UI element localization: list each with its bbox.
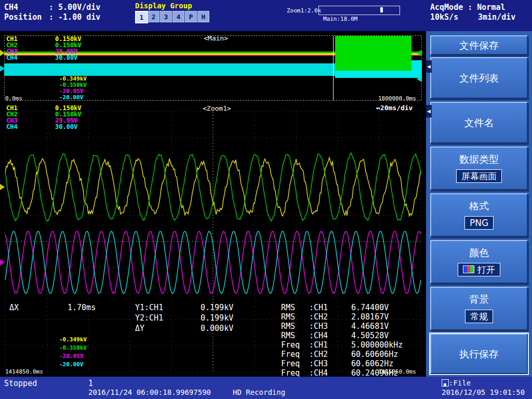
- execute-save-label: 执行保存: [459, 349, 499, 360]
- main-level-ch4: -20.00V: [59, 95, 83, 101]
- meas-name: RMS: [281, 303, 309, 312]
- acquisition-state: Stopped: [4, 379, 37, 388]
- time-div-readout: 3min/div: [478, 13, 515, 22]
- meas-value: 5.000000kHz: [351, 340, 403, 350]
- file-list-button[interactable]: 文件列表: [430, 57, 528, 99]
- acq-mode-readout: AcqMode : Normal: [430, 3, 506, 12]
- file-name-arrow[interactable]: ◀: [426, 105, 432, 117]
- active-channel-readout: CH4: 5.00V/div: [4, 3, 100, 12]
- background-value: 常规: [470, 311, 488, 322]
- group-button-p[interactable]: P: [185, 11, 197, 22]
- meas-value: 6.74400V: [351, 303, 389, 312]
- meas-name: RMS: [281, 313, 309, 322]
- main-left-trigger-marker: [0, 50, 5, 56]
- menu-title-file-save: 文件保存: [430, 35, 528, 55]
- y2-label: Y2:CH1: [135, 314, 163, 323]
- channel-scale: 30.00V: [55, 123, 77, 130]
- sample-rate-readout: 10kS/s: [430, 13, 458, 22]
- group-button-1-label: 1: [140, 14, 144, 21]
- background-button[interactable]: 背景 常规: [430, 287, 528, 330]
- meas-row: RMS:CH16.74400V: [281, 303, 389, 312]
- group-button-1[interactable]: 1: [135, 11, 148, 23]
- channel-name: CH4: [6, 124, 55, 130]
- meas-value: 2.08167V: [351, 312, 389, 322]
- execute-save-button[interactable]: 执行保存: [430, 334, 528, 374]
- meas-channel: :CH1: [309, 341, 351, 350]
- format-value: PNG: [470, 218, 488, 228]
- color-button[interactable]: 颜色 打开: [430, 240, 528, 284]
- dx-label: ΔX: [9, 303, 19, 312]
- bottom-status-bar: Stopped 1 2016/11/24 06:00:18.99697590 H…: [0, 377, 532, 399]
- file-name-button[interactable]: 文件名: [430, 102, 528, 143]
- soft-menu: 文件保存 文件列表 ◀ 文件名 ◀ 数据类型 屏幕画面 格式 PNG 颜色 打开…: [426, 31, 532, 377]
- active-channel-name: CH4: [4, 3, 49, 12]
- y1-label: Y1:CH1: [135, 303, 163, 312]
- meas-channel: :CH3: [309, 360, 351, 368]
- recording-status: HD Recording: [233, 389, 285, 396]
- format-button[interactable]: 格式 PNG: [430, 193, 528, 237]
- menu-title-label: 文件保存: [459, 40, 499, 51]
- file-name-label: 文件名: [464, 117, 494, 128]
- y2-value: 0.199kV: [201, 314, 233, 323]
- meas-row: RMS:CH44.50528V: [281, 331, 389, 340]
- group-button-2-label: 2: [152, 13, 156, 21]
- oscilloscope-screen: CH4: 5.00V/div Position: -1.00 div Displ…: [0, 0, 532, 399]
- position-value: : -1.00 div: [49, 12, 100, 22]
- zoom-ch4-row: CH430.00V: [6, 124, 77, 130]
- group-button-4-label: 4: [177, 13, 181, 21]
- zoom-level-ch3: -20.05V: [59, 353, 83, 360]
- left-arrow-icon: ◀: [427, 64, 431, 69]
- meas-name: Freq: [281, 360, 309, 368]
- zoom-level-ch2: -0.350kV: [59, 345, 87, 351]
- meas-channel: :CH2: [309, 350, 351, 359]
- zoom-position-marker[interactable]: [380, 7, 383, 12]
- data-type-value: 屏幕画面: [461, 171, 497, 181]
- data-type-value-box: 屏幕画面: [456, 169, 502, 183]
- dx-value: 1.70ms: [68, 303, 96, 312]
- meas-value: 4.46681V: [351, 322, 389, 331]
- left-arrow-icon: ◀: [427, 109, 431, 114]
- zoom-left-marker-ch1: [0, 184, 5, 190]
- zoom-time-div: ↔20ms/div: [376, 104, 413, 112]
- meas-row: Freq:CH360.6062Hz: [281, 360, 393, 368]
- position-label: Position: [4, 13, 49, 22]
- group-button-h[interactable]: H: [197, 11, 209, 22]
- main-window-title: <Main>: [204, 35, 228, 42]
- meas-value: 60.6062Hz: [351, 359, 393, 368]
- meas-channel: :CH4: [309, 331, 351, 340]
- top-status-bar: CH4: 5.00V/div Position: -1.00 div Displ…: [0, 0, 532, 31]
- meas-channel: :CH1: [309, 303, 351, 312]
- main-ch4-row: CH430.00V: [6, 55, 77, 61]
- zoom-left-marker-ch3: [0, 259, 5, 265]
- active-channel-scale: : 5.00V/div: [49, 3, 100, 12]
- zoom-waveforms: [5, 153, 421, 294]
- group-button-4[interactable]: 4: [172, 11, 184, 22]
- main-time-left: 0.0ms: [5, 96, 22, 102]
- group-button-3[interactable]: 3: [160, 11, 172, 22]
- main-time-right: 1800000.0ms: [378, 96, 416, 102]
- waveform-area: <Main> CH10.150kV CH20.150kV CH329.95V C…: [0, 31, 426, 377]
- group-button-2[interactable]: 2: [148, 11, 159, 22]
- meas-name: Freq: [281, 341, 309, 350]
- main-ch2-burst-block: [335, 36, 411, 71]
- meas-value: 60.60606Hz: [351, 350, 398, 359]
- format-value-box: PNG: [464, 216, 494, 230]
- zoom-time-right: 1415050.0ms: [378, 369, 416, 375]
- group-indicator: 1: [88, 379, 93, 388]
- meas-row: Freq:CH15.000000kHz: [281, 341, 403, 350]
- file-list-label: 文件列表: [459, 73, 499, 84]
- data-type-button[interactable]: 数据类型 屏幕画面: [430, 147, 528, 190]
- channel-scale: 30.00V: [55, 54, 77, 61]
- meas-name: RMS: [281, 331, 309, 340]
- file-list-arrow[interactable]: ◀: [426, 60, 432, 73]
- zoom-position-bar[interactable]: [318, 6, 400, 15]
- format-label: 格式: [469, 201, 489, 211]
- color-palette-icon: [463, 265, 474, 273]
- color-value-box: 打开: [458, 263, 500, 276]
- zoom-time-left: 1414850.0ms: [5, 369, 43, 375]
- position-readout: Position: -1.00 div: [4, 13, 100, 22]
- meas-channel: :CH2: [309, 313, 351, 322]
- zoom-level-ch4: -20.00V: [59, 362, 83, 368]
- group-button-3-label: 3: [164, 13, 168, 21]
- dy-label: ΔY: [135, 324, 144, 333]
